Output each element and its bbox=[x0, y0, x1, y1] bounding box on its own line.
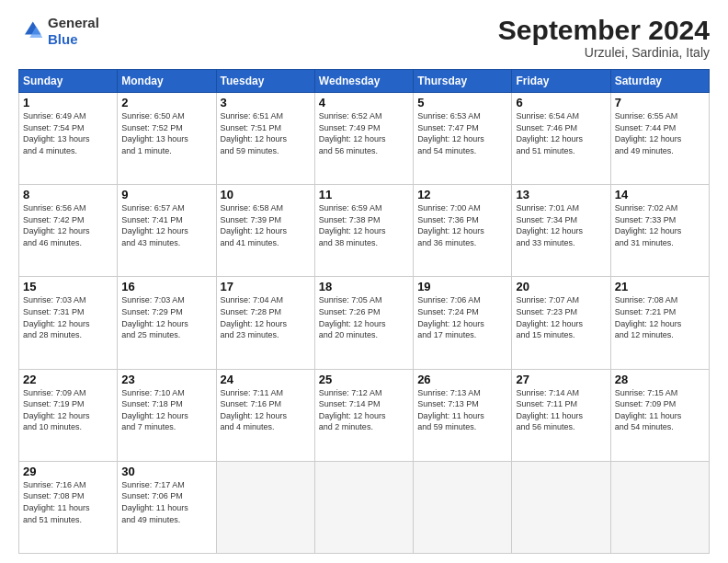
weekday-header: Tuesday bbox=[216, 70, 314, 93]
calendar-day: 4Sunrise: 6:52 AMSunset: 7:49 PMDaylight… bbox=[314, 93, 413, 185]
day-number: 11 bbox=[319, 188, 409, 201]
day-info: Sunrise: 6:52 AMSunset: 7:49 PMDaylight:… bbox=[319, 110, 409, 156]
weekday-header: Friday bbox=[512, 70, 610, 93]
day-number: 5 bbox=[417, 96, 507, 109]
day-number: 2 bbox=[121, 96, 211, 109]
day-info: Sunrise: 7:07 AMSunset: 7:23 PMDaylight:… bbox=[516, 294, 606, 340]
day-number: 26 bbox=[417, 373, 507, 386]
day-info: Sunrise: 7:05 AMSunset: 7:26 PMDaylight:… bbox=[319, 294, 409, 340]
calendar-day: 27Sunrise: 7:14 AMSunset: 7:11 PMDayligh… bbox=[512, 369, 610, 461]
day-info: Sunrise: 6:56 AMSunset: 7:42 PMDaylight:… bbox=[23, 202, 113, 248]
calendar-day: 30Sunrise: 7:17 AMSunset: 7:06 PMDayligh… bbox=[118, 461, 216, 553]
calendar-day: 15Sunrise: 7:03 AMSunset: 7:31 PMDayligh… bbox=[19, 277, 118, 369]
title-block: September 2024 Urzulei, Sardinia, Italy bbox=[498, 15, 710, 60]
calendar-day: 17Sunrise: 7:04 AMSunset: 7:28 PMDayligh… bbox=[216, 277, 314, 369]
day-number: 8 bbox=[23, 188, 113, 201]
calendar: SundayMondayTuesdayWednesdayThursdayFrid… bbox=[18, 69, 710, 554]
day-number: 1 bbox=[23, 96, 113, 109]
day-number: 25 bbox=[319, 373, 409, 386]
calendar-day: 2Sunrise: 6:50 AMSunset: 7:52 PMDaylight… bbox=[118, 93, 216, 185]
day-number: 19 bbox=[417, 280, 507, 293]
calendar-day: 5Sunrise: 6:53 AMSunset: 7:47 PMDaylight… bbox=[414, 93, 512, 185]
weekday-header: Sunday bbox=[19, 70, 118, 93]
day-number: 4 bbox=[319, 96, 409, 109]
day-info: Sunrise: 6:50 AMSunset: 7:52 PMDaylight:… bbox=[121, 110, 211, 156]
logo-text: General Blue bbox=[48, 15, 99, 48]
calendar-day bbox=[512, 461, 610, 553]
day-info: Sunrise: 7:02 AMSunset: 7:33 PMDaylight:… bbox=[615, 202, 705, 248]
calendar-day: 8Sunrise: 6:56 AMSunset: 7:42 PMDaylight… bbox=[19, 185, 118, 277]
month-title: September 2024 bbox=[498, 15, 710, 45]
calendar-day: 22Sunrise: 7:09 AMSunset: 7:19 PMDayligh… bbox=[19, 369, 118, 461]
day-number: 3 bbox=[221, 96, 311, 109]
calendar-day bbox=[314, 461, 413, 553]
calendar-day: 7Sunrise: 6:55 AMSunset: 7:44 PMDaylight… bbox=[610, 93, 709, 185]
calendar-day: 26Sunrise: 7:13 AMSunset: 7:13 PMDayligh… bbox=[414, 369, 512, 461]
day-info: Sunrise: 7:03 AMSunset: 7:31 PMDaylight:… bbox=[23, 294, 113, 340]
calendar-day: 6Sunrise: 6:54 AMSunset: 7:46 PMDaylight… bbox=[512, 93, 610, 185]
weekday-header: Wednesday bbox=[314, 70, 413, 93]
calendar-day bbox=[414, 461, 512, 553]
day-info: Sunrise: 7:06 AMSunset: 7:24 PMDaylight:… bbox=[417, 294, 507, 340]
day-info: Sunrise: 6:58 AMSunset: 7:39 PMDaylight:… bbox=[221, 202, 311, 248]
day-info: Sunrise: 7:03 AMSunset: 7:29 PMDaylight:… bbox=[121, 294, 211, 340]
day-info: Sunrise: 7:13 AMSunset: 7:13 PMDaylight:… bbox=[417, 387, 507, 433]
calendar-day: 25Sunrise: 7:12 AMSunset: 7:14 PMDayligh… bbox=[314, 369, 413, 461]
day-info: Sunrise: 7:15 AMSunset: 7:09 PMDaylight:… bbox=[615, 387, 705, 433]
day-info: Sunrise: 7:01 AMSunset: 7:34 PMDaylight:… bbox=[516, 202, 606, 248]
day-info: Sunrise: 6:53 AMSunset: 7:47 PMDaylight:… bbox=[417, 110, 507, 156]
day-number: 22 bbox=[23, 373, 113, 386]
calendar-day: 11Sunrise: 6:59 AMSunset: 7:38 PMDayligh… bbox=[314, 185, 413, 277]
day-number: 27 bbox=[516, 373, 606, 386]
day-number: 21 bbox=[615, 280, 705, 293]
day-number: 13 bbox=[516, 188, 606, 201]
logo-icon bbox=[18, 18, 44, 44]
day-info: Sunrise: 7:08 AMSunset: 7:21 PMDaylight:… bbox=[615, 294, 705, 340]
day-info: Sunrise: 7:00 AMSunset: 7:36 PMDaylight:… bbox=[417, 202, 507, 248]
day-number: 28 bbox=[615, 373, 705, 386]
calendar-day: 13Sunrise: 7:01 AMSunset: 7:34 PMDayligh… bbox=[512, 185, 610, 277]
weekday-header: Saturday bbox=[610, 70, 709, 93]
day-number: 16 bbox=[121, 280, 211, 293]
calendar-day: 9Sunrise: 6:57 AMSunset: 7:41 PMDaylight… bbox=[118, 185, 216, 277]
header: General Blue September 2024 Urzulei, Sar… bbox=[18, 15, 710, 60]
calendar-day: 23Sunrise: 7:10 AMSunset: 7:18 PMDayligh… bbox=[118, 369, 216, 461]
calendar-day: 24Sunrise: 7:11 AMSunset: 7:16 PMDayligh… bbox=[216, 369, 314, 461]
day-number: 20 bbox=[516, 280, 606, 293]
day-info: Sunrise: 6:49 AMSunset: 7:54 PMDaylight:… bbox=[23, 110, 113, 156]
day-number: 17 bbox=[221, 280, 311, 293]
day-number: 9 bbox=[121, 188, 211, 201]
day-info: Sunrise: 7:10 AMSunset: 7:18 PMDaylight:… bbox=[121, 387, 211, 433]
location: Urzulei, Sardinia, Italy bbox=[498, 45, 710, 60]
calendar-day: 1Sunrise: 6:49 AMSunset: 7:54 PMDaylight… bbox=[19, 93, 118, 185]
day-info: Sunrise: 6:54 AMSunset: 7:46 PMDaylight:… bbox=[516, 110, 606, 156]
page: General Blue September 2024 Urzulei, Sar… bbox=[0, 0, 728, 563]
day-info: Sunrise: 7:12 AMSunset: 7:14 PMDaylight:… bbox=[319, 387, 409, 433]
calendar-day: 3Sunrise: 6:51 AMSunset: 7:51 PMDaylight… bbox=[216, 93, 314, 185]
calendar-day: 20Sunrise: 7:07 AMSunset: 7:23 PMDayligh… bbox=[512, 277, 610, 369]
day-info: Sunrise: 7:11 AMSunset: 7:16 PMDaylight:… bbox=[221, 387, 311, 433]
weekday-header: Monday bbox=[118, 70, 216, 93]
day-info: Sunrise: 7:04 AMSunset: 7:28 PMDaylight:… bbox=[221, 294, 311, 340]
day-number: 23 bbox=[121, 373, 211, 386]
calendar-day: 16Sunrise: 7:03 AMSunset: 7:29 PMDayligh… bbox=[118, 277, 216, 369]
day-info: Sunrise: 6:55 AMSunset: 7:44 PMDaylight:… bbox=[615, 110, 705, 156]
day-number: 7 bbox=[615, 96, 705, 109]
day-info: Sunrise: 7:14 AMSunset: 7:11 PMDaylight:… bbox=[516, 387, 606, 433]
calendar-day bbox=[610, 461, 709, 553]
day-info: Sunrise: 6:59 AMSunset: 7:38 PMDaylight:… bbox=[319, 202, 409, 248]
day-number: 30 bbox=[121, 465, 211, 478]
day-number: 15 bbox=[23, 280, 113, 293]
calendar-day: 18Sunrise: 7:05 AMSunset: 7:26 PMDayligh… bbox=[314, 277, 413, 369]
calendar-day bbox=[216, 461, 314, 553]
day-info: Sunrise: 6:51 AMSunset: 7:51 PMDaylight:… bbox=[221, 110, 311, 156]
day-number: 14 bbox=[615, 188, 705, 201]
day-number: 29 bbox=[23, 465, 113, 478]
day-info: Sunrise: 7:09 AMSunset: 7:19 PMDaylight:… bbox=[23, 387, 113, 433]
calendar-day: 10Sunrise: 6:58 AMSunset: 7:39 PMDayligh… bbox=[216, 185, 314, 277]
calendar-day: 14Sunrise: 7:02 AMSunset: 7:33 PMDayligh… bbox=[610, 185, 709, 277]
calendar-day: 29Sunrise: 7:16 AMSunset: 7:08 PMDayligh… bbox=[19, 461, 118, 553]
day-number: 6 bbox=[516, 96, 606, 109]
calendar-day: 28Sunrise: 7:15 AMSunset: 7:09 PMDayligh… bbox=[610, 369, 709, 461]
day-info: Sunrise: 6:57 AMSunset: 7:41 PMDaylight:… bbox=[121, 202, 211, 248]
